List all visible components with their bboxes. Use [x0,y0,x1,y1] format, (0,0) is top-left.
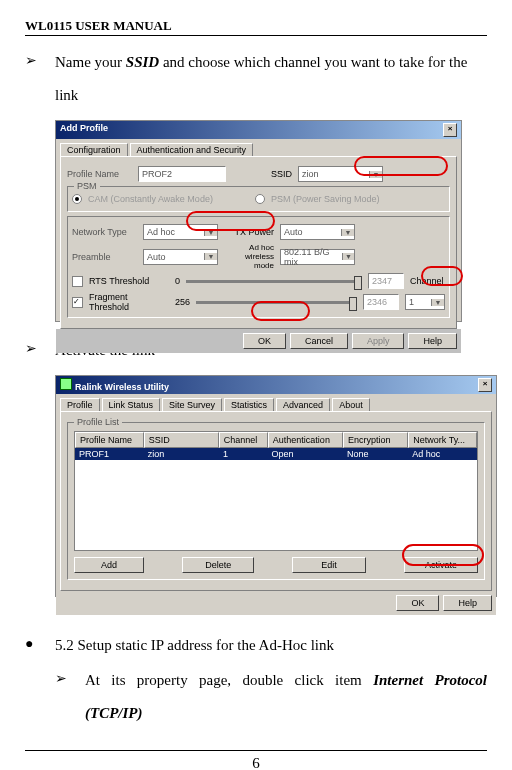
tx-power-label: TX Power [224,227,274,237]
slider-thumb-icon [349,297,357,311]
add-profile-dialog-screenshot: Add Profile × Configuration Authenticati… [55,120,462,322]
table-cell: zion [144,448,219,460]
dialog-titlebar: Add Profile × [56,121,461,139]
utility-button-row: OK Help [56,591,496,615]
table-cell: 1 [219,448,267,460]
tab-about[interactable]: About [332,398,370,411]
instruction-1: ➢ Name your SSID and choose which channe… [25,46,487,112]
tab-profile[interactable]: Profile [60,398,100,411]
ssid-value: zion [302,169,319,179]
ok-button[interactable]: OK [396,595,439,611]
network-fieldset: Network Type Ad hoc▼ TX Power Auto▼ Prea… [67,216,450,318]
table-header-cell[interactable]: Authentication [268,432,343,448]
fragment-value[interactable]: 2346 [363,294,399,310]
table-header: Profile NameSSIDChannelAuthenticationEnc… [75,432,477,448]
cam-radio[interactable] [72,194,82,204]
chevron-bullet-icon: ➢ [25,334,55,365]
utility-title: Ralink Wireless Utility [75,382,169,392]
tab-configuration[interactable]: Configuration [60,143,128,156]
fragment-checkbox[interactable] [72,297,83,308]
psm-label: PSM [74,181,100,191]
dialog-tabs: Configuration Authentication and Securit… [56,139,461,156]
chevron-bullet-icon: ➢ [55,664,85,695]
config-panel: Profile Name PROF2 SSID zion▼ PSM CAM (C… [60,156,457,329]
table-header-cell[interactable]: SSID [144,432,219,448]
delete-button[interactable]: Delete [182,557,254,573]
tab-link-status[interactable]: Link Status [102,398,161,411]
table-cell: Open [268,448,343,460]
instruction-3-text: At its property page, double click item … [85,664,487,730]
table-header-cell[interactable]: Network Ty... [408,432,477,448]
table-header-cell[interactable]: Channel [219,432,268,448]
table-header-cell[interactable]: Profile Name [75,432,144,448]
profile-actions-row: Add Delete Edit Activate [74,557,478,573]
psm-radio-label: PSM (Power Saving Mode) [271,194,380,204]
preamble-value: Auto [147,252,166,262]
activate-button[interactable]: Activate [404,557,478,573]
fragment-slider[interactable] [196,301,357,304]
profile-name-input[interactable]: PROF2 [138,166,226,182]
fragment-min: 256 [175,297,190,307]
rts-label: RTS Threshold [89,276,169,286]
table-cell: Ad hoc [408,448,477,460]
chevron-down-icon: ▼ [431,299,444,306]
profile-list-label: Profile List [74,417,122,427]
table-header-cell[interactable]: Encryption [343,432,408,448]
profile-list-fieldset: Profile List Profile NameSSIDChannelAuth… [67,422,485,580]
preamble-dropdown[interactable]: Auto▼ [143,249,218,265]
channel-label: Channel [410,276,445,286]
help-button[interactable]: Help [408,333,457,349]
tx-power-dropdown[interactable]: Auto▼ [280,224,355,240]
dialog-title: Add Profile [60,123,108,137]
instruction-3: ➢ At its property page, double click ite… [55,664,487,730]
psm-radio[interactable] [255,194,265,204]
text-fragment: At its property page, double click item [85,672,373,688]
network-type-value: Ad hoc [147,227,175,237]
adhoc-mode-dropdown[interactable]: 802.11 B/G mix▼ [280,249,355,265]
page-number: 6 [25,750,487,770]
wireless-utility-screenshot: Ralink Wireless Utility × Profile Link S… [55,375,497,597]
apply-button[interactable]: Apply [352,333,405,349]
network-type-dropdown[interactable]: Ad hoc▼ [143,224,218,240]
tx-power-value: Auto [284,227,303,237]
manual-header: WL0115 USER MANUAL [25,18,487,36]
close-icon[interactable]: × [443,123,457,137]
channel-dropdown[interactable]: 1▼ [405,294,445,310]
psm-fieldset: PSM CAM (Constantly Awake Mode) PSM (Pow… [67,186,450,212]
close-icon[interactable]: × [478,378,492,392]
add-button[interactable]: Add [74,557,144,573]
tab-site-survey[interactable]: Site Survey [162,398,222,411]
ssid-label: SSID [232,169,292,179]
chevron-down-icon: ▼ [204,253,217,260]
chevron-down-icon: ▼ [369,171,382,178]
table-row[interactable]: PROF1zion1OpenNoneAd hoc [75,448,477,460]
profile-table: Profile NameSSIDChannelAuthenticationEnc… [74,431,478,551]
help-button[interactable]: Help [443,595,492,611]
section-5-2: ● 5.2 Setup static IP address for the Ad… [25,629,487,662]
ok-button[interactable]: OK [243,333,286,349]
rts-min: 0 [175,276,180,286]
preamble-label: Preamble [72,252,137,262]
cancel-button[interactable]: Cancel [290,333,348,349]
chevron-bullet-icon: ➢ [25,46,55,77]
chevron-down-icon: ▼ [341,229,354,236]
rts-slider[interactable] [186,280,362,283]
utility-tabs: Profile Link Status Site Survey Statisti… [56,394,496,411]
profile-name-label: Profile Name [67,169,132,179]
rts-checkbox[interactable] [72,276,83,287]
chevron-down-icon: ▼ [342,253,354,260]
text-fragment: Name your [55,54,126,70]
tab-auth-security[interactable]: Authentication and Security [130,143,254,156]
ssid-dropdown[interactable]: zion▼ [298,166,383,182]
network-type-label: Network Type [72,227,137,237]
utility-titlebar: Ralink Wireless Utility × [56,376,496,394]
tab-statistics[interactable]: Statistics [224,398,274,411]
instruction-1-text: Name your SSID and choose which channel … [55,46,487,112]
tab-advanced[interactable]: Advanced [276,398,330,411]
table-cell: None [343,448,408,460]
edit-button[interactable]: Edit [292,557,366,573]
fragment-label: Fragment Threshold [89,292,169,312]
adhoc-mode-label: Ad hoc wireless mode [224,243,274,270]
app-icon [60,378,72,390]
rts-value[interactable]: 2347 [368,273,404,289]
